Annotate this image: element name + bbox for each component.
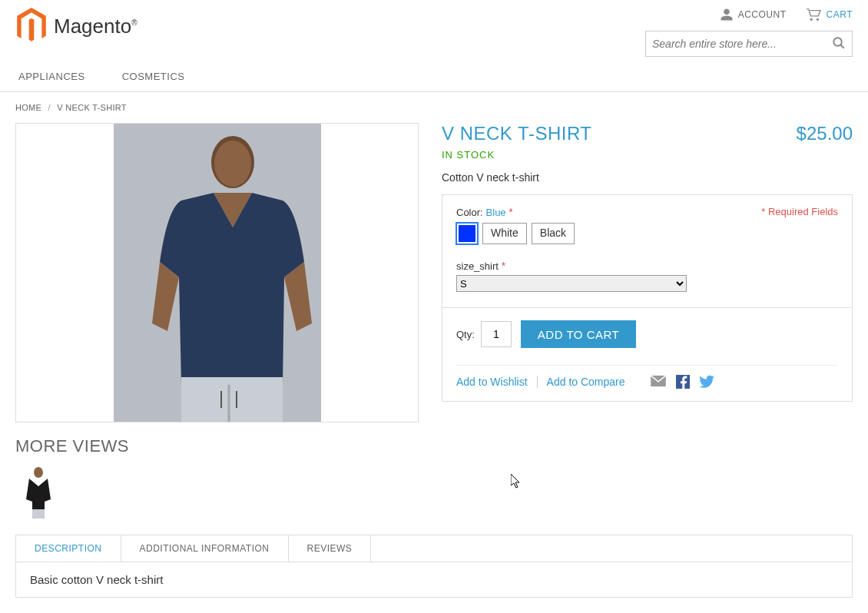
product-images — [15, 123, 419, 422]
size-label: size_shirt — [456, 260, 499, 272]
color-chip-icon — [459, 225, 475, 242]
tab-description[interactable]: DESCRIPTION — [16, 535, 121, 562]
thumbnail[interactable] — [15, 462, 61, 521]
thumbnail-image — [20, 465, 57, 519]
search-icon — [832, 36, 846, 50]
breadcrumb: HOME / V NECK T-SHIRT — [0, 92, 868, 123]
size-select[interactable]: S — [456, 275, 687, 292]
add-to-wishlist-link[interactable]: Add to Wishlist — [456, 376, 528, 388]
account-label: ACCOUNT — [738, 9, 787, 20]
add-to-cart-button[interactable]: ADD TO CART — [521, 320, 636, 348]
svg-point-0 — [810, 18, 812, 21]
search-button[interactable] — [832, 36, 846, 52]
tab-content-description: Basic cotton V neck t-shirt — [15, 562, 853, 598]
svg-point-2 — [833, 38, 842, 46]
color-label: Color: — [456, 207, 483, 218]
main-nav: APPLIANCES COSMETICS — [0, 61, 868, 92]
account-link[interactable]: ACCOUNT — [720, 8, 787, 22]
magento-logo-icon — [15, 8, 48, 45]
product-price: $25.00 — [797, 123, 853, 144]
product-options: Color: Blue * * Required Fields White Bl… — [442, 194, 853, 308]
search-box — [645, 31, 853, 57]
product-info: V NECK T-SHIRT $25.00 IN STOCK Cotton V … — [442, 123, 853, 422]
facebook-icon[interactable] — [676, 375, 690, 389]
product-title: V NECK T-SHIRT — [442, 123, 591, 144]
add-to-compare-link[interactable]: Add to Compare — [547, 376, 625, 388]
header: Magento® ACCOUNT CART — [0, 0, 868, 57]
swatch-white[interactable]: White — [482, 223, 527, 244]
breadcrumb-current: V NECK T-SHIRT — [57, 103, 127, 112]
qty-label: Qty: — [456, 329, 475, 340]
color-swatches: White Black — [456, 223, 838, 244]
qty-input[interactable] — [481, 321, 512, 347]
logo[interactable]: Magento® — [15, 8, 137, 45]
svg-point-1 — [816, 18, 818, 21]
required-star: * — [502, 260, 505, 272]
stock-status: IN STOCK — [442, 149, 853, 161]
person-icon — [720, 8, 734, 22]
product-tabs: DESCRIPTION ADDITIONAL INFORMATION REVIE… — [15, 535, 853, 598]
required-star: * — [509, 206, 512, 218]
cart-link[interactable]: CART — [805, 8, 853, 22]
nav-item-appliances[interactable]: APPLIANCES — [15, 61, 88, 91]
cart-icon — [805, 8, 822, 22]
svg-point-14 — [34, 467, 43, 478]
tab-reviews[interactable]: REVIEWS — [289, 535, 372, 562]
svg-line-3 — [840, 45, 844, 48]
required-fields-note: * Required Fields — [761, 206, 838, 217]
add-to-cart-box: Qty: ADD TO CART Add to Wishlist Add to … — [442, 308, 853, 402]
header-links: ACCOUNT CART — [720, 8, 853, 22]
nav-item-cosmetics[interactable]: COSMETICS — [119, 61, 188, 91]
twitter-icon[interactable] — [699, 375, 714, 389]
svg-point-6 — [214, 141, 251, 187]
main-product-image[interactable] — [15, 123, 419, 422]
swatch-black[interactable]: Black — [532, 223, 575, 244]
breadcrumb-home[interactable]: HOME — [15, 103, 41, 112]
more-views-title: MORE VIEWS — [0, 436, 868, 456]
swatch-blue[interactable] — [456, 223, 478, 244]
breadcrumb-separator: / — [48, 103, 51, 112]
tshirt-illustration — [114, 124, 321, 422]
svg-rect-15 — [32, 509, 45, 519]
svg-rect-7 — [181, 377, 283, 422]
product-view: V NECK T-SHIRT $25.00 IN STOCK Cotton V … — [0, 123, 868, 422]
color-selected-value: Blue — [486, 207, 509, 218]
tab-additional-info[interactable]: ADDITIONAL INFORMATION — [121, 535, 289, 562]
email-icon[interactable] — [650, 375, 667, 387]
search-input[interactable] — [652, 38, 832, 50]
thumbnail-list — [0, 462, 868, 521]
cart-label: CART — [827, 9, 853, 20]
logo-text: Magento® — [54, 15, 137, 38]
social-share — [650, 375, 714, 389]
short-description: Cotton V neck t-shirt — [442, 171, 853, 184]
separator — [537, 376, 538, 388]
